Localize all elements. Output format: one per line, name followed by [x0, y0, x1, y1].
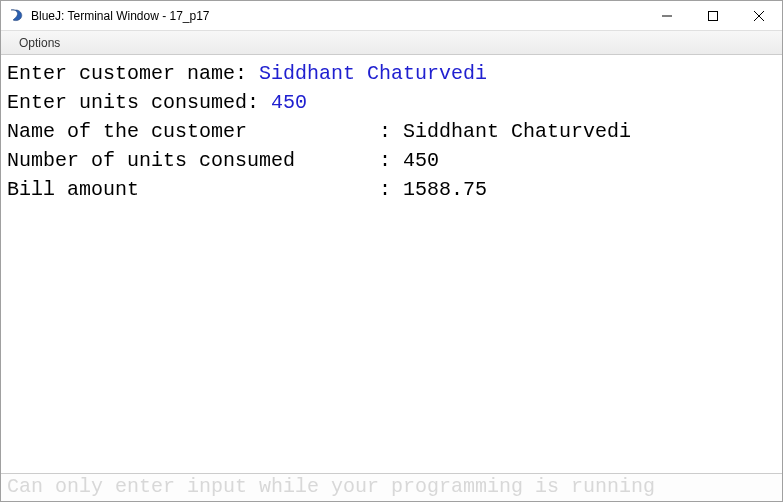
user-input-name: Siddhant Chaturvedi — [259, 62, 487, 85]
prompt-text: Enter customer name: — [7, 62, 259, 85]
svg-rect-1 — [709, 11, 718, 20]
output-line: Bill amount : 1588.75 — [7, 178, 487, 201]
prompt-text: Enter units consumed: — [7, 91, 271, 114]
terminal-output[interactable]: Enter customer name: Siddhant Chaturvedi… — [1, 55, 782, 473]
window-title: BlueJ: Terminal Window - 17_p17 — [31, 9, 644, 23]
maximize-button[interactable] — [690, 1, 736, 30]
menu-options[interactable]: Options — [11, 34, 68, 52]
close-button[interactable] — [736, 1, 782, 30]
statusbar: Can only enter input while your programm… — [1, 473, 782, 501]
menubar: Options — [1, 31, 782, 55]
output-line: Number of units consumed : 450 — [7, 149, 439, 172]
bluej-icon — [9, 8, 25, 24]
titlebar: BlueJ: Terminal Window - 17_p17 — [1, 1, 782, 31]
status-message: Can only enter input while your programm… — [7, 475, 655, 498]
output-line: Name of the customer : Siddhant Chaturve… — [7, 120, 631, 143]
minimize-button[interactable] — [644, 1, 690, 30]
user-input-units: 450 — [271, 91, 307, 114]
window-controls — [644, 1, 782, 30]
